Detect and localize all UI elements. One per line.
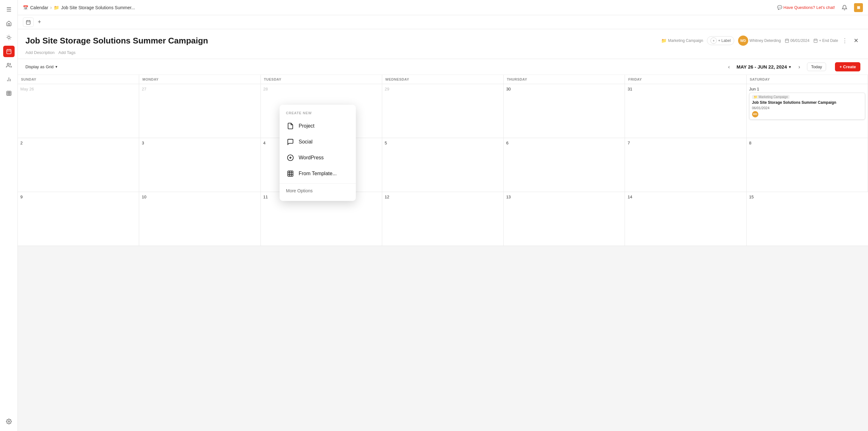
dropdown-social-label: Social <box>299 139 313 145</box>
today-button[interactable]: Today <box>807 63 826 71</box>
cell-may30[interactable]: 30 <box>503 84 625 138</box>
task-title-row: Job Site Storage Solutions Summer Campai… <box>25 36 860 46</box>
display-as-label: Display as Grid ▼ <box>25 64 58 69</box>
day-num-9: 9 <box>20 195 136 199</box>
view-mode-select[interactable]: Grid ▼ <box>46 64 58 69</box>
svg-rect-15 <box>7 91 11 96</box>
day-num-30: 30 <box>506 87 622 91</box>
create-new-dropdown: CREATE NEW Project Social WordPress From… <box>280 105 356 201</box>
cell-jun6[interactable]: 6 <box>503 138 625 192</box>
day-num-jun1: Jun 1 <box>749 87 865 91</box>
table-nav-icon[interactable] <box>3 88 14 99</box>
svg-line-4 <box>10 39 10 39</box>
assignee-name: Whitney Deterding <box>749 38 781 43</box>
cell-jun7[interactable]: 7 <box>625 138 746 192</box>
day-num-28: 28 <box>264 87 379 91</box>
dropdown-item-social[interactable]: Social <box>280 134 356 150</box>
cell-jun14[interactable]: 14 <box>625 192 746 246</box>
task-folder-meta[interactable]: 📁 Marketing Campaign <box>661 38 703 43</box>
add-tags-button[interactable]: Add Tags <box>58 50 75 55</box>
cell-jun2[interactable]: 2 <box>18 138 139 192</box>
main-content: 📅 Calendar › 📁 Job Site Storage Solution… <box>18 0 868 431</box>
menu-icon[interactable]: ☰ <box>3 4 14 15</box>
home-icon[interactable] <box>3 18 14 29</box>
day-num-2: 2 <box>20 141 136 145</box>
task-title[interactable]: Job Site Storage Solutions Summer Campai… <box>25 36 657 46</box>
assignee-avatar: WD <box>738 36 748 46</box>
day-num-8: 8 <box>749 141 865 145</box>
cell-jun9[interactable]: 9 <box>18 192 139 246</box>
chat-link[interactable]: 💬 Have Questions? Let's chat! <box>777 5 835 10</box>
start-date-value: 06/01/2024 <box>790 38 810 43</box>
calendar-nav: ‹ MAY 26 - JUN 22, 2024 ▼ › Today <box>724 63 826 71</box>
dropdown-more-options[interactable]: More Options <box>280 186 356 196</box>
svg-line-3 <box>7 36 7 36</box>
event-folder-label: 📁 Marketing Campaign <box>752 95 789 99</box>
cell-jun3[interactable]: 3 <box>139 138 260 192</box>
dropdown-divider <box>280 184 356 184</box>
day-num-10: 10 <box>142 195 258 199</box>
calendar-grid: SUNDAY MONDAY TUESDAY WEDNESDAY THURSDAY… <box>18 75 868 246</box>
prev-arrow[interactable]: ‹ <box>724 63 733 71</box>
dropdown-item-template[interactable]: From Template... <box>280 166 356 181</box>
cell-may26[interactable]: May 26 <box>18 84 139 138</box>
add-label-button[interactable]: + + Label <box>707 36 734 45</box>
cell-jun8[interactable]: 8 <box>747 138 868 192</box>
dropdown-template-label: From Template... <box>299 171 337 176</box>
cell-jun5[interactable]: 5 <box>382 138 503 192</box>
cell-may31[interactable]: 31 <box>625 84 746 138</box>
day-num-7: 7 <box>627 141 743 145</box>
chart-nav-icon[interactable] <box>3 74 14 85</box>
idea-icon[interactable] <box>3 32 14 43</box>
day-num-14: 14 <box>627 195 743 199</box>
cell-jun15[interactable]: 15 <box>747 192 868 246</box>
header-thursday: THURSDAY <box>503 75 625 84</box>
header-monday: MONDAY <box>139 75 260 84</box>
cell-jun10[interactable]: 10 <box>139 192 260 246</box>
people-nav-icon[interactable] <box>3 60 14 71</box>
day-num-13: 13 <box>506 195 622 199</box>
svg-rect-29 <box>814 39 817 42</box>
assignee-meta[interactable]: WD Whitney Deterding <box>738 36 781 46</box>
start-date-meta[interactable]: 06/01/2024 <box>785 38 810 43</box>
event-card-campaign[interactable]: 📁 Marketing Campaign Job Site Storage So… <box>749 93 865 120</box>
cell-may29[interactable]: 29 <box>382 84 503 138</box>
day-num-3: 3 <box>142 141 258 145</box>
cell-jun13[interactable]: 13 <box>503 192 625 246</box>
calendar-tab[interactable] <box>23 18 34 27</box>
breadcrumb-calendar-label[interactable]: Calendar <box>30 5 48 10</box>
add-label-icon: + <box>710 37 717 44</box>
date-range-label[interactable]: MAY 26 - JUN 22, 2024 ▼ <box>737 64 792 69</box>
cell-may27[interactable]: 27 <box>139 84 260 138</box>
svg-rect-25 <box>785 39 788 42</box>
svg-rect-34 <box>288 171 293 176</box>
day-num-15: 15 <box>749 195 865 199</box>
end-date-meta[interactable]: + End Date <box>813 38 838 43</box>
project-icon <box>286 122 295 130</box>
add-tab-button[interactable]: + <box>35 18 44 27</box>
end-date-label: + End Date <box>819 38 838 43</box>
breadcrumb-sep: › <box>50 5 52 10</box>
cell-jun1[interactable]: Jun 1 📁 Marketing Campaign Job Site Stor… <box>747 84 868 138</box>
notification-bell-icon[interactable] <box>840 3 849 12</box>
svg-point-0 <box>8 36 10 39</box>
breadcrumb-task-label[interactable]: Job Site Storage Solutions Summer... <box>61 5 135 10</box>
topbar: 📅 Calendar › 📁 Job Site Storage Solution… <box>18 0 868 15</box>
calendar-nav-icon[interactable] <box>3 46 14 57</box>
svg-rect-7 <box>7 49 11 54</box>
dropdown-item-wordpress[interactable]: WordPress <box>280 150 356 166</box>
add-description-button[interactable]: Add Description <box>25 50 55 55</box>
settings-icon[interactable] <box>3 416 14 427</box>
template-icon <box>286 169 295 178</box>
event-title: Job Site Storage Solutions Summer Campai… <box>752 100 862 105</box>
create-button[interactable]: + Create <box>835 62 860 71</box>
calendar-toolbar: Display as Grid ▼ ‹ MAY 26 - JUN 22, 202… <box>18 59 868 75</box>
task-subtitle-row: Add Description Add Tags <box>25 47 860 59</box>
more-options-icon[interactable]: ⋮ <box>842 37 848 44</box>
next-arrow[interactable]: › <box>795 63 804 71</box>
cell-jun12[interactable]: 12 <box>382 192 503 246</box>
dropdown-item-project[interactable]: Project <box>280 118 356 134</box>
header-sunday: SUNDAY <box>18 75 139 84</box>
close-task-button[interactable]: ✕ <box>851 36 860 45</box>
user-avatar-topbar[interactable]: ▦ <box>854 3 863 12</box>
